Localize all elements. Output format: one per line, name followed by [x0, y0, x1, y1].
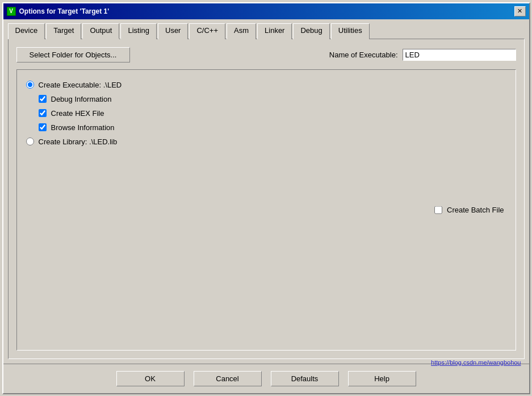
debug-info-checkbox[interactable] [39, 95, 47, 103]
tab-listing[interactable]: Listing [120, 23, 157, 39]
title-bar-left: V Options for Target 'Target 1' [7, 7, 110, 16]
top-controls: Select Folder for Objects... Name of Exe… [16, 47, 516, 62]
browse-info-label: Browse Information [51, 123, 115, 132]
exe-name-group: Name of Executable: [141, 49, 516, 61]
help-button[interactable]: Help [348, 371, 416, 386]
tab-output[interactable]: Output [82, 23, 119, 39]
create-executable-radio[interactable] [26, 81, 34, 89]
create-library-label: Create Library: .\LED.lib [39, 137, 118, 146]
tab-asm[interactable]: Asm [227, 23, 256, 39]
tab-user[interactable]: User [158, 23, 188, 39]
cancel-button[interactable]: Cancel [194, 371, 262, 386]
debug-info-row: Debug Information [39, 92, 506, 106]
tab-c-c--[interactable]: C/C++ [189, 23, 225, 39]
tab-utilities[interactable]: Utilities [331, 23, 370, 39]
tab-linker[interactable]: Linker [257, 23, 292, 39]
browse-info-checkbox[interactable] [39, 123, 47, 131]
debug-info-label: Debug Information [51, 95, 112, 103]
options-group: Create Executable: .\LED Debug Informati… [16, 69, 516, 351]
create-hex-checkbox[interactable] [39, 109, 47, 117]
title-bar: V Options for Target 'Target 1' ✕ [3, 3, 529, 19]
create-executable-label: Create Executable: .\LED [39, 81, 122, 89]
select-folder-button[interactable]: Select Folder for Objects... [16, 47, 130, 62]
main-dialog: V Options for Target 'Target 1' ✕ Device… [2, 2, 530, 394]
create-batch-checkbox[interactable] [434, 206, 442, 214]
create-hex-label: Create HEX File [51, 109, 104, 118]
bottom-bar: OK Cancel Defaults Help [3, 364, 529, 393]
watermark: https://blog.csdn.me/wangbohou [431, 359, 521, 366]
tab-target[interactable]: Target [46, 23, 81, 39]
batch-file-row: Create Batch File [434, 206, 504, 214]
exe-name-input[interactable] [403, 49, 516, 61]
close-button[interactable]: ✕ [514, 6, 526, 16]
create-batch-label: Create Batch File [447, 206, 504, 214]
app-icon: V [7, 7, 16, 16]
tab-content: Select Folder for Objects... Name of Exe… [8, 39, 525, 359]
ok-button[interactable]: OK [116, 371, 185, 386]
dialog-title: Options for Target 'Target 1' [19, 7, 110, 15]
create-executable-row: Create Executable: .\LED [26, 78, 506, 92]
create-library-radio[interactable] [26, 137, 34, 145]
tab-device[interactable]: Device [8, 23, 45, 39]
browse-info-row: Browse Information [39, 120, 506, 135]
tab-bar: DeviceTargetOutputListingUserC/C++AsmLin… [3, 19, 529, 39]
tab-debug[interactable]: Debug [293, 23, 329, 39]
defaults-button[interactable]: Defaults [271, 371, 339, 386]
create-library-row: Create Library: .\LED.lib [26, 135, 506, 149]
exe-name-label: Name of Executable: [329, 51, 398, 59]
create-hex-row: Create HEX File [39, 106, 506, 120]
sub-options: Debug Information Create HEX File Browse… [26, 92, 506, 135]
